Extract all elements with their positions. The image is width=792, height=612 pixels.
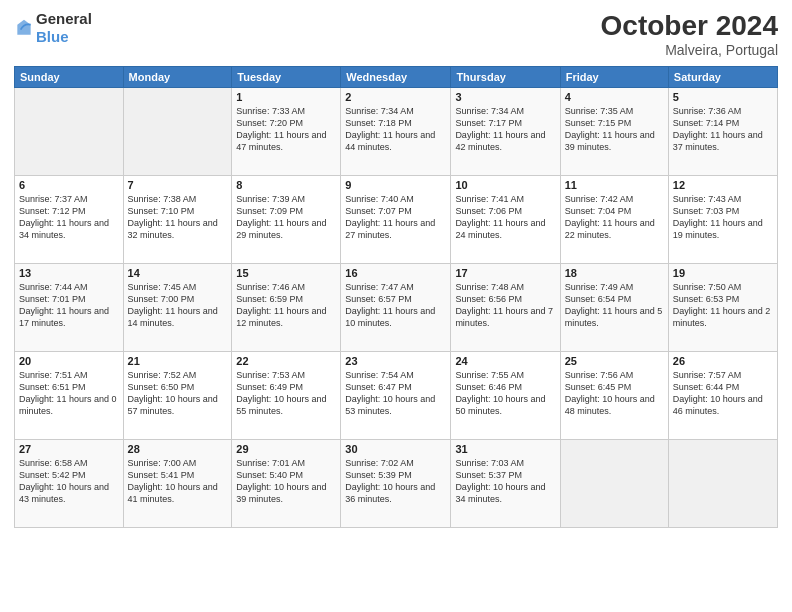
day-number: 7 — [128, 179, 228, 191]
day-info: Sunrise: 7:46 AMSunset: 6:59 PMDaylight:… — [236, 281, 336, 330]
day-number: 3 — [455, 91, 555, 103]
calendar-header: SundayMondayTuesdayWednesdayThursdayFrid… — [15, 67, 778, 88]
logo-blue: Blue — [36, 28, 69, 45]
calendar-cell: 19Sunrise: 7:50 AMSunset: 6:53 PMDayligh… — [668, 264, 777, 352]
calendar-cell: 31Sunrise: 7:03 AMSunset: 5:37 PMDayligh… — [451, 440, 560, 528]
weekday-header-sunday: Sunday — [15, 67, 124, 88]
calendar-cell: 18Sunrise: 7:49 AMSunset: 6:54 PMDayligh… — [560, 264, 668, 352]
day-number: 26 — [673, 355, 773, 367]
day-number: 20 — [19, 355, 119, 367]
calendar-cell: 28Sunrise: 7:00 AMSunset: 5:41 PMDayligh… — [123, 440, 232, 528]
day-info: Sunrise: 7:41 AMSunset: 7:06 PMDaylight:… — [455, 193, 555, 242]
page-container: General Blue October 2024 Malveira, Port… — [0, 0, 792, 538]
day-info: Sunrise: 7:00 AMSunset: 5:41 PMDaylight:… — [128, 457, 228, 506]
day-info: Sunrise: 7:34 AMSunset: 7:18 PMDaylight:… — [345, 105, 446, 154]
logo-icon — [14, 18, 34, 38]
day-number: 11 — [565, 179, 664, 191]
calendar-cell — [668, 440, 777, 528]
day-info: Sunrise: 7:49 AMSunset: 6:54 PMDaylight:… — [565, 281, 664, 330]
calendar-cell: 30Sunrise: 7:02 AMSunset: 5:39 PMDayligh… — [341, 440, 451, 528]
day-info: Sunrise: 7:35 AMSunset: 7:15 PMDaylight:… — [565, 105, 664, 154]
day-info: Sunrise: 7:39 AMSunset: 7:09 PMDaylight:… — [236, 193, 336, 242]
day-info: Sunrise: 7:53 AMSunset: 6:49 PMDaylight:… — [236, 369, 336, 418]
calendar-cell: 14Sunrise: 7:45 AMSunset: 7:00 PMDayligh… — [123, 264, 232, 352]
day-number: 8 — [236, 179, 336, 191]
day-info: Sunrise: 7:01 AMSunset: 5:40 PMDaylight:… — [236, 457, 336, 506]
weekday-header-tuesday: Tuesday — [232, 67, 341, 88]
day-number: 30 — [345, 443, 446, 455]
day-number: 17 — [455, 267, 555, 279]
calendar-cell: 20Sunrise: 7:51 AMSunset: 6:51 PMDayligh… — [15, 352, 124, 440]
day-number: 18 — [565, 267, 664, 279]
day-number: 28 — [128, 443, 228, 455]
calendar-cell — [123, 88, 232, 176]
calendar-cell: 10Sunrise: 7:41 AMSunset: 7:06 PMDayligh… — [451, 176, 560, 264]
calendar-cell: 16Sunrise: 7:47 AMSunset: 6:57 PMDayligh… — [341, 264, 451, 352]
day-number: 4 — [565, 91, 664, 103]
day-info: Sunrise: 7:36 AMSunset: 7:14 PMDaylight:… — [673, 105, 773, 154]
day-info: Sunrise: 7:54 AMSunset: 6:47 PMDaylight:… — [345, 369, 446, 418]
weekday-header-friday: Friday — [560, 67, 668, 88]
day-info: Sunrise: 7:44 AMSunset: 7:01 PMDaylight:… — [19, 281, 119, 330]
calendar-cell: 8Sunrise: 7:39 AMSunset: 7:09 PMDaylight… — [232, 176, 341, 264]
day-number: 19 — [673, 267, 773, 279]
day-number: 27 — [19, 443, 119, 455]
day-number: 16 — [345, 267, 446, 279]
day-number: 5 — [673, 91, 773, 103]
calendar-week-1: 1Sunrise: 7:33 AMSunset: 7:20 PMDaylight… — [15, 88, 778, 176]
day-number: 21 — [128, 355, 228, 367]
calendar-cell: 11Sunrise: 7:42 AMSunset: 7:04 PMDayligh… — [560, 176, 668, 264]
calendar-week-4: 20Sunrise: 7:51 AMSunset: 6:51 PMDayligh… — [15, 352, 778, 440]
weekday-header-monday: Monday — [123, 67, 232, 88]
day-number: 13 — [19, 267, 119, 279]
calendar-week-3: 13Sunrise: 7:44 AMSunset: 7:01 PMDayligh… — [15, 264, 778, 352]
calendar-table: SundayMondayTuesdayWednesdayThursdayFrid… — [14, 66, 778, 528]
weekday-header-wednesday: Wednesday — [341, 67, 451, 88]
day-info: Sunrise: 7:02 AMSunset: 5:39 PMDaylight:… — [345, 457, 446, 506]
calendar-cell: 24Sunrise: 7:55 AMSunset: 6:46 PMDayligh… — [451, 352, 560, 440]
day-info: Sunrise: 7:43 AMSunset: 7:03 PMDaylight:… — [673, 193, 773, 242]
day-info: Sunrise: 7:40 AMSunset: 7:07 PMDaylight:… — [345, 193, 446, 242]
page-header: General Blue October 2024 Malveira, Port… — [14, 10, 778, 58]
day-number: 29 — [236, 443, 336, 455]
day-info: Sunrise: 7:55 AMSunset: 6:46 PMDaylight:… — [455, 369, 555, 418]
day-info: Sunrise: 7:45 AMSunset: 7:00 PMDaylight:… — [128, 281, 228, 330]
calendar-cell: 29Sunrise: 7:01 AMSunset: 5:40 PMDayligh… — [232, 440, 341, 528]
calendar-week-5: 27Sunrise: 6:58 AMSunset: 5:42 PMDayligh… — [15, 440, 778, 528]
calendar-week-2: 6Sunrise: 7:37 AMSunset: 7:12 PMDaylight… — [15, 176, 778, 264]
calendar-cell: 21Sunrise: 7:52 AMSunset: 6:50 PMDayligh… — [123, 352, 232, 440]
day-info: Sunrise: 7:03 AMSunset: 5:37 PMDaylight:… — [455, 457, 555, 506]
calendar-body: 1Sunrise: 7:33 AMSunset: 7:20 PMDaylight… — [15, 88, 778, 528]
calendar-cell — [15, 88, 124, 176]
location-title: Malveira, Portugal — [601, 42, 778, 58]
calendar-cell: 2Sunrise: 7:34 AMSunset: 7:18 PMDaylight… — [341, 88, 451, 176]
calendar-cell: 26Sunrise: 7:57 AMSunset: 6:44 PMDayligh… — [668, 352, 777, 440]
day-number: 25 — [565, 355, 664, 367]
day-info: Sunrise: 7:52 AMSunset: 6:50 PMDaylight:… — [128, 369, 228, 418]
logo-general: General — [36, 10, 92, 27]
day-info: Sunrise: 7:34 AMSunset: 7:17 PMDaylight:… — [455, 105, 555, 154]
day-info: Sunrise: 7:48 AMSunset: 6:56 PMDaylight:… — [455, 281, 555, 330]
calendar-cell: 27Sunrise: 6:58 AMSunset: 5:42 PMDayligh… — [15, 440, 124, 528]
weekday-row: SundayMondayTuesdayWednesdayThursdayFrid… — [15, 67, 778, 88]
day-number: 6 — [19, 179, 119, 191]
day-info: Sunrise: 7:42 AMSunset: 7:04 PMDaylight:… — [565, 193, 664, 242]
calendar-cell: 23Sunrise: 7:54 AMSunset: 6:47 PMDayligh… — [341, 352, 451, 440]
day-info: Sunrise: 7:47 AMSunset: 6:57 PMDaylight:… — [345, 281, 446, 330]
logo-text: General Blue — [36, 10, 92, 46]
calendar-cell — [560, 440, 668, 528]
day-info: Sunrise: 7:50 AMSunset: 6:53 PMDaylight:… — [673, 281, 773, 330]
logo: General Blue — [14, 10, 92, 46]
day-number: 2 — [345, 91, 446, 103]
calendar-cell: 7Sunrise: 7:38 AMSunset: 7:10 PMDaylight… — [123, 176, 232, 264]
day-number: 12 — [673, 179, 773, 191]
calendar-cell: 17Sunrise: 7:48 AMSunset: 6:56 PMDayligh… — [451, 264, 560, 352]
day-info: Sunrise: 7:38 AMSunset: 7:10 PMDaylight:… — [128, 193, 228, 242]
weekday-header-saturday: Saturday — [668, 67, 777, 88]
day-number: 22 — [236, 355, 336, 367]
day-info: Sunrise: 7:37 AMSunset: 7:12 PMDaylight:… — [19, 193, 119, 242]
day-number: 14 — [128, 267, 228, 279]
day-number: 1 — [236, 91, 336, 103]
calendar-cell: 3Sunrise: 7:34 AMSunset: 7:17 PMDaylight… — [451, 88, 560, 176]
calendar-cell: 6Sunrise: 7:37 AMSunset: 7:12 PMDaylight… — [15, 176, 124, 264]
